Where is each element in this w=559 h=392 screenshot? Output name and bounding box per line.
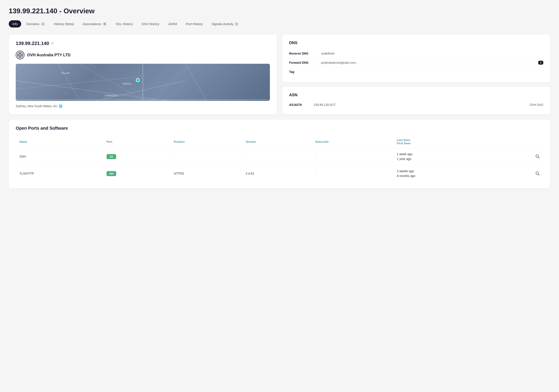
page-title: 139.99.221.140 - Overview: [9, 7, 550, 15]
ip-address: 139.99.221.140: [16, 41, 49, 46]
port-time: 1 week ago1 year ago: [393, 148, 496, 165]
svg-line-7: [16, 81, 185, 101]
port-product: -: [170, 148, 242, 165]
port-badge: 443: [107, 171, 116, 176]
map-label-sutherland: Sutherland: [105, 94, 117, 97]
ports-section-title: Open Ports and Software: [16, 126, 543, 131]
globe-icon: 🌐: [59, 104, 63, 108]
dns-row: Forward DNSpostmastersoriginals.com...1: [289, 58, 543, 67]
dash-value: -: [246, 155, 247, 158]
port-name: TLS/HTTP: [16, 165, 103, 182]
port-extra-info: -: [312, 165, 393, 182]
svg-line-9: [185, 64, 228, 101]
tab-port-history[interactable]: Port History: [182, 20, 206, 27]
dns-row-badge: 1: [538, 61, 543, 65]
svg-line-8: [58, 64, 101, 101]
dns-row-label: Forward DNS: [289, 61, 317, 64]
tab-domains-badge: 1: [41, 22, 45, 26]
tab-signals-activity[interactable]: Signals Activity: [208, 20, 242, 27]
ip-info-card: 139.99.221.140 ⎘ OVH Australia PTY LTD: [9, 35, 277, 114]
org-name: OVH Australia PTY LTD: [27, 53, 71, 57]
tabs-nav: InfoDomains1History (Beta)Associations0S…: [9, 20, 550, 27]
port-product: HTTPD: [170, 165, 242, 182]
map-label-penrith: Penrith: [62, 72, 70, 75]
asn-range: 139.99.128.0/17: [314, 103, 523, 107]
port-number: 443: [103, 165, 170, 182]
port-number: 22: [103, 148, 170, 165]
location-row: Sydney, New South Wales, AU 🌐: [16, 104, 270, 108]
port-name: SSH: [16, 148, 103, 165]
col-header-product: Product: [170, 135, 242, 148]
search-icon[interactable]: [535, 173, 540, 176]
port-version: 2.4.52: [242, 165, 312, 182]
map-area: Penrith Sydney Sutherland: [16, 64, 270, 101]
port-badge: 22: [107, 154, 116, 159]
org-logo-icon: [16, 51, 24, 59]
port-version: -: [242, 148, 312, 165]
svg-point-15: [536, 172, 539, 174]
col-header-name: Name: [16, 135, 103, 148]
org-row: OVH Australia PTY LTD: [16, 51, 270, 59]
copy-icon[interactable]: ⎘: [51, 41, 54, 46]
tab-ssl-history[interactable]: SSL History: [112, 20, 137, 27]
map-pin: [136, 78, 140, 82]
dns-card: DNS Reverse DNSundefinedForward DNSpostm…: [282, 35, 550, 82]
asn-row: AS16276 139.99.128.0/17 OVH SAS: [289, 101, 543, 108]
tab-signals-activity-spinner: [235, 22, 238, 26]
map-label-sydney: Sydney: [122, 82, 131, 85]
tab-ssh-history[interactable]: SSH History: [138, 20, 163, 27]
tab-jarm[interactable]: JARM: [165, 20, 181, 27]
dns-rows: Reverse DNSundefinedForward DNSpostmaste…: [289, 49, 543, 76]
svg-line-14: [538, 157, 539, 158]
dns-row: Tag: [289, 67, 543, 76]
search-icon[interactable]: [535, 156, 540, 159]
ports-card: Open Ports and Software Name Port Produc…: [9, 120, 550, 188]
ip-display: 139.99.221.140 ⎘: [16, 41, 270, 46]
right-cards: DNS Reverse DNSundefinedForward DNSpostm…: [282, 35, 550, 114]
tab-history[interactable]: History (Beta): [50, 20, 77, 27]
dns-card-title: DNS: [289, 41, 543, 45]
ports-table: Name Port Product Version Extra Info Las…: [16, 135, 543, 182]
last-seen: 2 weeks ago: [397, 169, 414, 173]
col-header-extra-info: Extra Info: [312, 135, 393, 148]
col-header-version: Version: [242, 135, 312, 148]
ports-table-body: SSH22---1 week ago1 year ago TLS/HTTP443…: [16, 148, 543, 182]
tab-associations-badge: 0: [102, 22, 107, 26]
col-header-action: [497, 135, 543, 148]
dash-value: -: [174, 155, 175, 158]
dns-row-value: undefined: [321, 52, 543, 55]
asn-card-title: ASN: [289, 93, 543, 97]
table-row: TLS/HTTP443HTTPD2.4.52-2 weeks ago8 mont…: [16, 165, 543, 182]
col-header-port: Port: [103, 135, 170, 148]
tab-domains[interactable]: Domains1: [23, 20, 49, 27]
tab-associations[interactable]: Associations0: [79, 20, 111, 27]
asn-name: OVH SAS: [530, 103, 543, 107]
port-search-action[interactable]: [497, 165, 543, 182]
first-seen: 8 months ago: [397, 174, 415, 178]
first-seen: 1 year ago: [397, 157, 411, 161]
dns-row: Reverse DNSundefined: [289, 49, 543, 58]
dns-row-label: Reverse DNS: [289, 52, 317, 55]
ports-table-header: Name Port Product Version Extra Info Las…: [16, 135, 543, 148]
location-text: Sydney, New South Wales, AU: [16, 104, 57, 108]
last-seen: 1 week ago: [397, 152, 412, 156]
dash-value: -: [316, 172, 317, 175]
port-time: 2 weeks ago8 months ago: [393, 165, 496, 182]
dns-row-value: postmastersoriginals.com...: [321, 61, 535, 64]
svg-line-16: [538, 174, 539, 175]
dash-value: -: [316, 155, 317, 158]
port-search-action[interactable]: [497, 148, 543, 165]
table-row: SSH22---1 week ago1 year ago: [16, 148, 543, 165]
svg-point-13: [536, 155, 539, 157]
port-extra-info: -: [312, 148, 393, 165]
dns-row-label: Tag: [289, 70, 317, 73]
asn-id: AS16276: [289, 103, 307, 107]
main-grid: 139.99.221.140 ⎘ OVH Australia PTY LTD: [9, 35, 550, 114]
col-header-last-seen: Last SeenFirst Seen: [393, 135, 496, 148]
tab-info[interactable]: Info: [9, 20, 21, 27]
asn-card: ASN AS16276 139.99.128.0/17 OVH SAS: [282, 87, 550, 114]
